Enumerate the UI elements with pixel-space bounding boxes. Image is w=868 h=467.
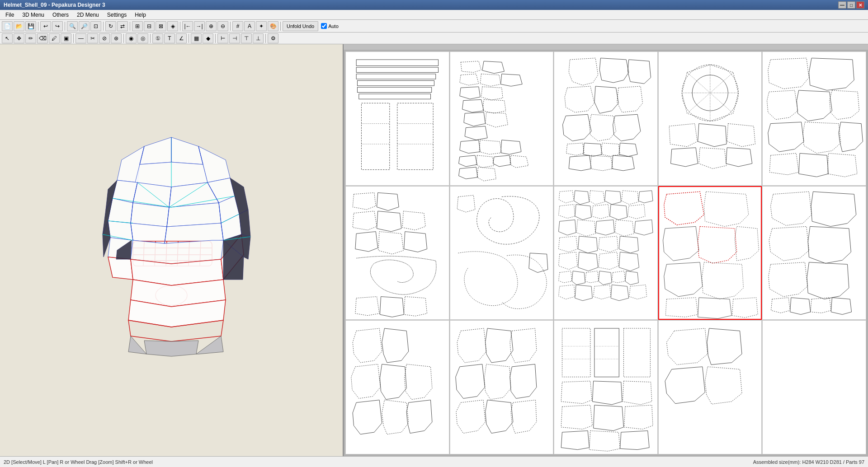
pattern-cell-3[interactable] <box>554 51 658 186</box>
svg-marker-173 <box>559 252 578 270</box>
svg-marker-198 <box>771 191 812 225</box>
tab4-btn[interactable]: ⊥ <box>253 33 264 43</box>
letter-btn[interactable]: A <box>244 21 255 31</box>
save-button[interactable]: 💾 <box>25 21 36 31</box>
minimize-button[interactable]: — <box>838 1 846 9</box>
hand-btn[interactable]: ✥ <box>14 33 24 43</box>
helmet-wireframe: .wire-blue { stroke: #2244cc; stroke-wid… <box>63 115 280 386</box>
svg-marker-241 <box>666 328 708 364</box>
svg-marker-97 <box>510 155 528 168</box>
noflap-btn[interactable]: ⊘ <box>99 33 110 43</box>
svg-marker-220 <box>484 364 511 400</box>
svg-marker-146 <box>378 231 404 254</box>
fold-line-btn[interactable]: ― <box>75 33 86 43</box>
tab-btn[interactable]: ⊢ <box>217 33 228 43</box>
new-button[interactable]: 📄 <box>2 21 13 31</box>
pattern-cell-11[interactable] <box>345 320 449 454</box>
num-btn[interactable]: # <box>232 21 243 31</box>
3d-viewport[interactable]: .wire-blue { stroke: #2244cc; stroke-wid… <box>0 44 344 456</box>
layout-btn[interactable]: ⊟ <box>144 21 155 31</box>
open-button[interactable]: 📂 <box>14 21 24 31</box>
eraser-btn[interactable]: ⌫ <box>37 33 48 43</box>
cursor-btn[interactable]: ↖ <box>2 33 13 43</box>
svg-marker-188 <box>664 191 704 225</box>
svg-marker-187 <box>629 285 647 299</box>
fit-button[interactable]: ⊡ <box>90 21 101 31</box>
pencil-btn[interactable]: ✏ <box>25 33 36 43</box>
maximize-button[interactable]: □ <box>847 1 855 9</box>
unfold-undo-button[interactable]: Unfold Undo <box>283 21 318 31</box>
pattern-cell-12[interactable] <box>450 320 554 454</box>
highlight-btn[interactable]: ◆ <box>203 33 213 43</box>
edge1-btn[interactable]: |← <box>182 21 193 31</box>
svg-marker-91 <box>459 140 480 153</box>
pattern-cell-2[interactable] <box>450 51 554 186</box>
view3d-btn[interactable]: ◉ <box>126 33 137 43</box>
rotate-btn[interactable]: ↻ <box>105 21 116 31</box>
pattern-cell-14[interactable] <box>658 320 762 454</box>
paint-btn[interactable]: 🖊 <box>49 33 60 43</box>
svg-rect-67 <box>356 60 438 66</box>
pattern-cell-13[interactable] <box>554 320 658 454</box>
tab3-btn[interactable]: ⊤ <box>241 33 252 43</box>
view2d-btn[interactable]: ◎ <box>137 33 148 43</box>
redo-button[interactable]: ↪ <box>52 21 63 31</box>
textbox-btn[interactable]: T <box>164 33 175 43</box>
fill-btn[interactable]: ▣ <box>61 33 71 43</box>
grid-btn[interactable]: ⊠ <box>156 21 166 31</box>
tab2-btn[interactable]: ⊣ <box>229 33 240 43</box>
svg-marker-242 <box>707 328 742 364</box>
pattern-cell-15[interactable] <box>762 320 866 454</box>
snap-btn[interactable]: ◈ <box>167 21 178 31</box>
svg-marker-186 <box>611 285 629 300</box>
svg-marker-177 <box>559 271 572 283</box>
pattern-cell-1[interactable] <box>345 51 449 186</box>
svg-marker-143 <box>377 211 401 231</box>
app-title: Helmet_Shell_09 - Pepakura Designer 3 <box>4 2 838 8</box>
split-btn[interactable]: ⊖ <box>217 21 228 31</box>
menu-help[interactable]: Help <box>131 11 150 19</box>
pattern-cell-6[interactable] <box>345 186 449 320</box>
pattern-cell-8[interactable] <box>554 186 658 320</box>
menu-others[interactable]: Others <box>49 11 72 19</box>
join-btn[interactable]: ⊕ <box>206 21 217 31</box>
noflap2-btn[interactable]: ⊛ <box>111 33 122 43</box>
svg-marker-104 <box>594 86 618 113</box>
svg-rect-71 <box>357 87 431 92</box>
auto-checkbox[interactable]: Auto <box>321 23 339 29</box>
svg-marker-206 <box>811 298 831 313</box>
pattern-cell-7[interactable] <box>450 186 554 320</box>
menu-2d[interactable]: 2D Menu <box>73 11 103 19</box>
mark-btn[interactable]: ✦ <box>256 21 267 31</box>
main-content: .wire-blue { stroke: #2244cc; stroke-wid… <box>0 44 868 456</box>
svg-rect-70 <box>357 80 434 85</box>
menu-settings[interactable]: Settings <box>104 11 130 19</box>
svg-marker-216 <box>457 328 486 363</box>
edge2-btn[interactable]: →| <box>194 21 205 31</box>
pattern-cell-4[interactable] <box>658 51 762 186</box>
settings2-btn[interactable]: ⚙ <box>268 33 278 43</box>
menu-3d[interactable]: 3D Menu <box>19 11 48 19</box>
zoom-in-button[interactable]: 🔍 <box>67 21 78 31</box>
pattern-cell-10[interactable] <box>762 186 866 320</box>
svg-marker-100 <box>569 58 598 85</box>
2d-viewport[interactable] <box>344 44 868 456</box>
close-button[interactable]: ✕ <box>856 1 864 9</box>
flip-btn[interactable]: ⇄ <box>117 21 128 31</box>
menu-file[interactable]: File <box>2 11 18 19</box>
svg-marker-28 <box>108 257 133 280</box>
pattern-cell-9-selected[interactable] <box>658 186 762 320</box>
undo-button[interactable]: ↩ <box>40 21 51 31</box>
svg-marker-79 <box>461 61 481 72</box>
svg-marker-87 <box>482 99 505 113</box>
angle-btn[interactable]: ∠ <box>176 33 187 43</box>
svg-marker-237 <box>624 405 653 429</box>
scale-btn[interactable]: ⊞ <box>132 21 143 31</box>
color-btn[interactable]: 🎨 <box>268 21 278 31</box>
cut-line-btn[interactable]: ✂ <box>87 33 98 43</box>
svg-marker-152 <box>528 253 547 272</box>
zoom-out-button[interactable]: 🔎 <box>79 21 90 31</box>
pattern-cell-5[interactable] <box>762 51 866 186</box>
pattern-btn[interactable]: ▦ <box>191 33 202 43</box>
number-btn[interactable]: ① <box>152 33 163 43</box>
